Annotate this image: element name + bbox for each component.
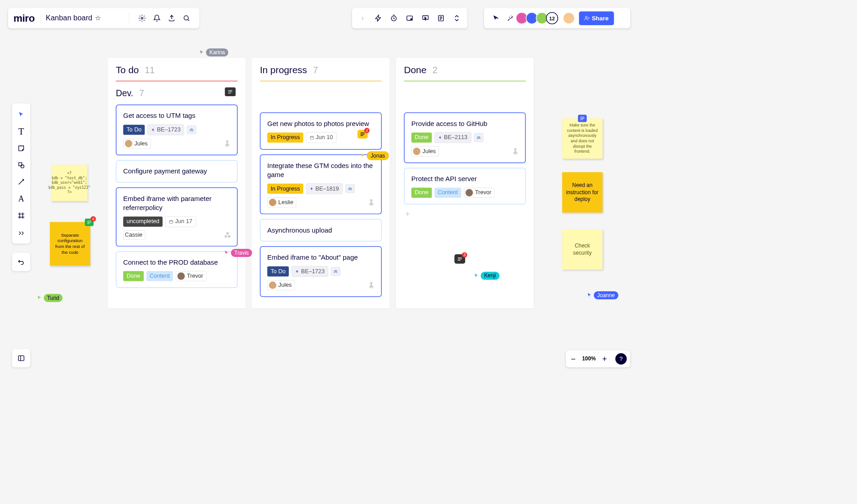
card-title: Get access to UTM tags [123,111,231,120]
column-rule [116,81,238,81]
status-tag[interactable]: In Progress [267,132,303,142]
status-tag[interactable]: To Do [267,266,289,276]
content-tag[interactable]: Content [146,271,173,281]
column-title[interactable]: To do [116,65,139,75]
issue-code-tag[interactable]: BE–1723 [292,266,328,277]
card[interactable]: Connect to the PROD database Done Conten… [116,251,238,288]
card[interactable]: Get new photos to photos preview In Prog… [260,112,382,150]
date-tag[interactable]: Jun 10 [306,132,337,143]
search-icon[interactable] [180,12,193,24]
card[interactable]: Embed iframe to "About" page To Do BE–17… [260,246,382,297]
priority-icon[interactable] [474,133,483,142]
svg-point-1 [184,16,188,20]
undo-button[interactable] [12,253,30,271]
status-tag[interactable]: uncompleted [123,217,163,227]
bolt-icon[interactable] [372,12,385,24]
card-title: Get new photos to photos preview [267,119,374,128]
notes-icon[interactable] [435,12,447,24]
status-tag[interactable]: Done [411,188,432,198]
help-button[interactable]: ? [615,353,626,364]
star-icon[interactable]: ☆ [95,14,101,22]
priority-icon[interactable] [331,267,340,275]
priority-icon[interactable] [187,126,197,134]
comment-badge-icon[interactable]: 4 [85,219,94,226]
assignee-chip[interactable]: Leslie [267,197,296,207]
shape-tool-icon[interactable] [14,158,28,172]
column-todo: To do 11 Dev. 7 Get access to UTM tags T… [108,58,245,308]
reactions-icon[interactable] [504,12,517,24]
swimlane-title[interactable]: Dev. [116,88,133,98]
content-tag[interactable]: Content [434,188,461,198]
select-tool-icon[interactable] [14,107,28,121]
sticky-text: Separate configuration from the rest of … [52,233,87,255]
share-button[interactable]: Share [579,11,614,25]
card[interactable]: Embed iframe with parameter referrerpoli… [116,187,238,247]
sticky-note[interactable]: Separate configuration from the rest of … [50,222,90,266]
text-tool-icon[interactable]: T [14,125,28,139]
board-title[interactable]: Kanban board [46,14,92,23]
card-title: Connect to the PROD database [123,258,231,267]
card[interactable]: Configure payment gateway [116,160,238,182]
more-tools-icon[interactable]: ›› [14,225,28,239]
card-title: Provide access to GitHub [411,119,518,128]
zoom-in-button[interactable]: + [601,354,609,364]
frames-panel-icon[interactable] [12,349,30,367]
sticky-note[interactable]: Need an instruction for deploy [562,172,603,212]
assignee-chip[interactable]: Trevor [464,188,494,198]
sticky-note[interactable]: Make sure the content is loaded asynchro… [562,118,603,159]
card[interactable]: Protect the API server Done Content Trev… [404,168,526,205]
assignee-chip[interactable]: Trevor [176,271,206,281]
cursor-name: Kenji [480,272,499,280]
jira-icon [511,147,519,158]
collaborator-avatars[interactable]: 12 [518,12,558,24]
assignee-chip[interactable]: Jules [267,280,295,290]
pen-tool-icon[interactable]: A [14,191,28,205]
status-tag[interactable]: Done [411,132,432,142]
comment-icon[interactable]: 3 [454,254,465,264]
current-user-avatar[interactable] [563,12,575,24]
priority-icon[interactable] [345,184,355,193]
card[interactable]: Integrate these GTM codes into the game … [260,154,382,215]
issue-code-tag[interactable]: BE–1723 [147,125,184,135]
tool-rail: T A ›› [12,103,30,243]
comment-badge-icon[interactable]: 2 [358,130,367,138]
card[interactable]: Get access to UTM tags To Do BE–1723 Jul… [116,105,238,155]
column-title[interactable]: Done [404,65,427,75]
frame-tool-icon[interactable] [14,209,28,223]
assignee-chip[interactable]: Cassie [123,230,146,240]
export-icon[interactable] [165,12,178,24]
zoom-out-button[interactable]: − [569,354,577,364]
card[interactable]: Asynchronous upload [260,219,382,242]
avatar-overflow-count[interactable]: 12 [546,12,558,24]
status-tag[interactable]: To Do [123,125,145,135]
sticky-note[interactable]: <? $db = "test_db"; $db_user="web1"; $db… [51,165,87,201]
sticky-note[interactable]: Check security [562,229,603,270]
column-title[interactable]: In progress [260,65,307,75]
settings-icon[interactable] [136,12,148,24]
add-card-button[interactable]: + [404,209,526,219]
screenshot-icon[interactable] [404,12,416,24]
more-icon[interactable] [451,12,463,24]
assignee-chip[interactable]: Jules [123,139,151,149]
bell-icon[interactable] [151,12,163,24]
chevron-right-icon[interactable]: › [357,12,369,24]
card-title: Asynchronous upload [267,226,374,235]
status-tag[interactable]: In Progress [267,184,303,194]
zoom-value[interactable]: 100% [582,356,596,362]
cursor-name: Jonas [367,151,389,160]
comment-icon[interactable] [225,88,235,96]
status-tag[interactable]: Done [123,271,144,281]
issue-code-tag[interactable]: BE–2113 [434,132,471,143]
cursor-follow-icon[interactable] [490,12,502,24]
sticky-tool-icon[interactable] [14,141,28,155]
present-icon[interactable] [419,12,432,24]
collaborator-cursor: Turid [36,294,62,302]
timer-icon[interactable] [388,12,400,24]
assignee-chip[interactable]: Jules [411,146,439,156]
comment-icon[interactable] [578,115,587,122]
issue-code-tag[interactable]: BE–1819 [306,183,343,194]
card[interactable]: Provide access to GitHub Done BE–2113 Ju… [404,112,526,163]
line-tool-icon[interactable] [14,175,28,189]
collaborator-cursor: Jonas [359,151,389,160]
date-tag[interactable]: Jun 17 [165,216,196,227]
